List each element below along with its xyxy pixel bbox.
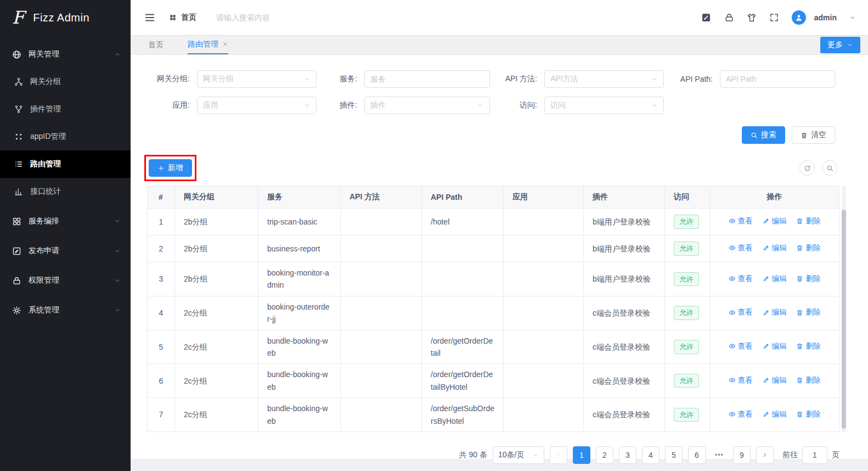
- access-badge: 允许: [674, 374, 699, 388]
- api-method-select[interactable]: API方法: [544, 70, 664, 88]
- view-link[interactable]: 查看: [729, 374, 753, 386]
- eye-icon: [729, 411, 736, 418]
- theme-button[interactable]: [747, 13, 757, 23]
- prev-page-button[interactable]: [550, 446, 567, 464]
- next-page-button[interactable]: [756, 446, 774, 464]
- plugin-select[interactable]: 插件: [364, 97, 490, 114]
- routes-table: # 网关分组 服务 API 方法 API Path 应用 插件 访问 操作: [147, 186, 839, 432]
- sidebar-item-permission-management[interactable]: 权限管理: [0, 267, 131, 294]
- delete-link[interactable]: 删除: [796, 273, 820, 285]
- cell-group: 2c分组: [175, 296, 258, 330]
- clear-button[interactable]: 清空: [792, 126, 835, 144]
- filter-label: 服务:: [317, 74, 364, 84]
- delete-link[interactable]: 删除: [796, 340, 820, 352]
- more-button[interactable]: 更多: [820, 37, 860, 53]
- pencil-icon: [763, 275, 770, 282]
- refresh-button[interactable]: [799, 160, 815, 176]
- sidebar-item-release-application[interactable]: 发布申请: [0, 237, 131, 265]
- delete-link[interactable]: 删除: [796, 374, 820, 386]
- cell-plugin: c端会员登录校验: [584, 330, 665, 364]
- edit-link[interactable]: 编辑: [763, 215, 787, 227]
- page-button-2[interactable]: 2: [596, 446, 613, 464]
- edit-link[interactable]: 编辑: [763, 242, 787, 254]
- search-input[interactable]: [216, 13, 331, 22]
- view-link[interactable]: 查看: [729, 306, 753, 318]
- fullscreen-icon: [769, 13, 779, 23]
- cell-actions: 查看 编辑 删除: [710, 364, 839, 398]
- search-button[interactable]: 搜索: [742, 126, 785, 144]
- tab-close-icon[interactable]: [222, 41, 228, 47]
- column-search-button[interactable]: [822, 160, 837, 176]
- cell-access: 允许: [665, 296, 710, 330]
- page-button-3[interactable]: 3: [619, 446, 636, 464]
- tab-route-management[interactable]: 路由管理: [188, 35, 228, 54]
- delete-link[interactable]: 删除: [796, 215, 820, 227]
- api-path-input[interactable]: [726, 75, 829, 83]
- username[interactable]: admin: [814, 13, 837, 22]
- view-link[interactable]: 查看: [729, 215, 753, 227]
- page-button-5[interactable]: 5: [665, 446, 683, 464]
- sidebar-item-appid-management[interactable]: appID管理: [0, 123, 131, 150]
- page-button-1[interactable]: 1: [573, 446, 590, 464]
- view-link[interactable]: 查看: [729, 408, 753, 420]
- lock-screen-button[interactable]: [724, 13, 734, 23]
- sidebar-item-plugin-management[interactable]: 插件管理: [0, 96, 131, 123]
- search-icon: [826, 165, 833, 172]
- cell-access: 允许: [665, 262, 710, 296]
- screenshot-button[interactable]: [701, 12, 712, 23]
- page-button-9[interactable]: 9: [733, 446, 751, 464]
- delete-link[interactable]: 删除: [796, 306, 820, 318]
- edit-link[interactable]: 编辑: [763, 306, 787, 318]
- scrollbar-thumb[interactable]: [842, 210, 846, 429]
- breadcrumb-home[interactable]: 首页: [169, 13, 196, 23]
- collapse-menu-button[interactable]: [144, 12, 156, 24]
- view-link[interactable]: 查看: [729, 242, 753, 254]
- view-link[interactable]: 查看: [729, 340, 753, 352]
- eye-icon: [729, 217, 736, 225]
- add-button[interactable]: 新增: [149, 159, 192, 177]
- chevron-down-icon: [651, 102, 658, 109]
- delete-link[interactable]: 删除: [796, 408, 820, 420]
- cell-app: [504, 209, 584, 236]
- gateway-group-select[interactable]: 网关分组: [197, 70, 317, 88]
- plus-icon: [157, 165, 165, 172]
- sidebar-item-service-orchestration[interactable]: 服务编排: [0, 208, 131, 235]
- edit-link[interactable]: 编辑: [763, 408, 787, 420]
- edit-link[interactable]: 编辑: [763, 340, 787, 352]
- sidebar-item-system-management[interactable]: 系统管理: [0, 296, 131, 324]
- cell-group: 2c分组: [175, 330, 258, 364]
- edit-link[interactable]: 编辑: [763, 273, 787, 285]
- chevron-down-icon: [114, 248, 121, 254]
- page-button-6[interactable]: 6: [688, 446, 706, 464]
- user-avatar[interactable]: [792, 10, 806, 25]
- app-select[interactable]: 应用: [197, 97, 317, 114]
- sidebar-item-gateway-management[interactable]: 网关管理: [0, 41, 131, 68]
- page-size-select[interactable]: 10条/页: [493, 446, 544, 464]
- cell-access: 允许: [665, 236, 710, 262]
- table-row: 1 2b分组 trip-scan-basic /hotel b端用户登录校验 允…: [148, 209, 839, 236]
- service-input[interactable]: [370, 75, 484, 83]
- goto-page-input[interactable]: [802, 446, 827, 464]
- delete-link[interactable]: 删除: [796, 242, 820, 254]
- access-select[interactable]: 访问: [544, 97, 664, 114]
- edit-link[interactable]: 编辑: [763, 374, 787, 386]
- screenshot-icon: [701, 12, 712, 23]
- col-actions: 操作: [710, 186, 839, 209]
- sidebar-item-interface-statistics[interactable]: 接口统计: [0, 178, 131, 205]
- tab-home[interactable]: 首页: [148, 35, 164, 54]
- view-link[interactable]: 查看: [729, 273, 753, 285]
- logo-mark: F: [12, 9, 24, 26]
- fullscreen-button[interactable]: [769, 13, 779, 23]
- page-button-4[interactable]: 4: [642, 446, 660, 464]
- cell-access: 允许: [665, 364, 710, 398]
- cell-service: bundle-booking-web: [258, 398, 341, 432]
- cell-actions: 查看 编辑 删除: [710, 209, 839, 236]
- col-plugin: 插件: [584, 186, 665, 209]
- table-scrollbar[interactable]: [842, 186, 846, 432]
- sidebar-item-gateway-groups[interactable]: 网关分组: [0, 68, 131, 96]
- sidebar-item-route-management[interactable]: 路由管理: [0, 150, 131, 178]
- page-ellipsis[interactable]: •••: [711, 451, 728, 459]
- trash-icon: [801, 132, 808, 139]
- user-menu-toggle[interactable]: [849, 14, 856, 21]
- sitemap-icon: [14, 77, 23, 86]
